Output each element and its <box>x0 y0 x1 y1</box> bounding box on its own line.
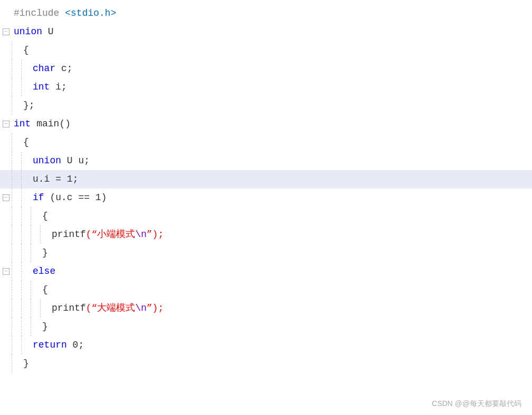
code-line: { <box>0 133 532 152</box>
code-content: printf(“小端模式\n”); <box>50 225 532 244</box>
fold-gutter[interactable]: − <box>0 262 12 281</box>
indent-guide <box>31 225 40 244</box>
indent-guide <box>21 244 31 262</box>
fold-gutter <box>0 170 12 189</box>
fold-gutter[interactable]: − <box>0 23 12 41</box>
indent-guide <box>21 60 31 78</box>
indent-guides <box>12 152 31 170</box>
fold-gutter <box>0 299 12 318</box>
code-content: int main() <box>12 115 532 133</box>
indent-guides <box>12 225 50 244</box>
code-token: ”); <box>147 301 163 315</box>
fold-gutter <box>0 41 12 60</box>
code-content: printf(“大端模式\n”); <box>50 299 532 318</box>
indent-guides <box>12 96 21 115</box>
code-token: (“大端模式 <box>86 301 136 315</box>
code-token: int <box>33 80 50 94</box>
code-line: char c; <box>0 60 532 78</box>
code-content: { <box>21 133 532 152</box>
indent-guide <box>12 318 21 336</box>
code-token: { <box>23 135 29 150</box>
fold-gutter <box>0 336 12 354</box>
code-token: { <box>42 209 48 223</box>
code-content: u.i = 1; <box>31 170 532 189</box>
code-line: }; <box>0 96 532 115</box>
code-line: union U u; <box>0 152 532 170</box>
indent-guide <box>21 281 31 299</box>
code-line: printf(“小端模式\n”); <box>0 225 532 244</box>
indent-guide <box>12 152 21 170</box>
code-line: { <box>0 281 532 299</box>
code-token <box>59 6 65 21</box>
indent-guides <box>12 281 40 299</box>
fold-gutter <box>0 354 12 373</box>
code-token: = <box>50 172 66 186</box>
code-content: } <box>40 318 532 336</box>
fold-gutter <box>0 244 12 262</box>
code-token <box>42 25 48 39</box>
indent-guide <box>12 207 21 225</box>
code-content: else <box>31 262 532 281</box>
code-content: int i; <box>31 78 532 96</box>
code-token: ”); <box>147 228 163 242</box>
code-line: } <box>0 354 532 373</box>
code-token: \n <box>135 301 147 315</box>
code-line: u.i = 1; <box>0 170 532 189</box>
indent-guides <box>12 60 31 78</box>
indent-guide <box>21 336 31 354</box>
fold-icon[interactable]: − <box>3 28 9 35</box>
fold-icon[interactable]: − <box>3 121 9 127</box>
code-token <box>31 117 36 131</box>
fold-gutter <box>0 318 12 336</box>
fold-icon[interactable]: − <box>3 194 9 201</box>
code-content: union U u; <box>31 152 532 170</box>
indent-guide <box>21 262 31 281</box>
code-token: { <box>23 43 29 57</box>
indent-guides <box>12 207 40 225</box>
fold-gutter <box>0 4 12 23</box>
code-token: return <box>33 338 67 352</box>
fold-gutter <box>0 78 12 96</box>
code-token: u; <box>73 154 90 168</box>
code-line: } <box>0 318 532 336</box>
indent-guides <box>12 299 50 318</box>
code-line: −else <box>0 262 532 281</box>
fold-gutter[interactable]: − <box>0 115 12 133</box>
fold-gutter <box>0 225 12 244</box>
code-token: i; <box>50 80 66 94</box>
fold-gutter <box>0 60 12 78</box>
indent-guides <box>12 318 40 336</box>
indent-guide <box>21 170 31 189</box>
code-token: }; <box>23 98 35 113</box>
code-line: −int main() <box>0 115 532 133</box>
code-token: (u. <box>44 191 67 205</box>
code-content: { <box>21 41 532 60</box>
fold-gutter <box>0 207 12 225</box>
code-token: u. <box>33 172 44 186</box>
fold-gutter <box>0 152 12 170</box>
indent-guide <box>12 262 21 281</box>
code-content: { <box>40 207 532 225</box>
code-line: int i; <box>0 78 532 96</box>
code-token: \n <box>135 228 147 242</box>
indent-guide <box>12 78 21 96</box>
indent-guide <box>31 299 40 318</box>
code-token: int <box>14 117 31 131</box>
indent-guide <box>12 336 21 354</box>
code-content: union U <box>12 23 532 41</box>
indent-guides <box>12 170 31 189</box>
fold-gutter <box>0 281 12 299</box>
indent-guide <box>12 60 21 78</box>
code-token: 0; <box>67 338 84 352</box>
fold-icon[interactable]: − <box>3 268 9 275</box>
indent-guide <box>21 299 31 318</box>
fold-gutter[interactable]: − <box>0 189 12 207</box>
code-token: } <box>23 357 29 371</box>
indent-guide <box>31 281 40 299</box>
code-token: main <box>36 117 59 131</box>
code-token: c <box>67 191 73 205</box>
indent-guide <box>40 299 50 318</box>
indent-guide <box>21 78 31 96</box>
indent-guide <box>12 96 21 115</box>
fold-gutter <box>0 96 12 115</box>
